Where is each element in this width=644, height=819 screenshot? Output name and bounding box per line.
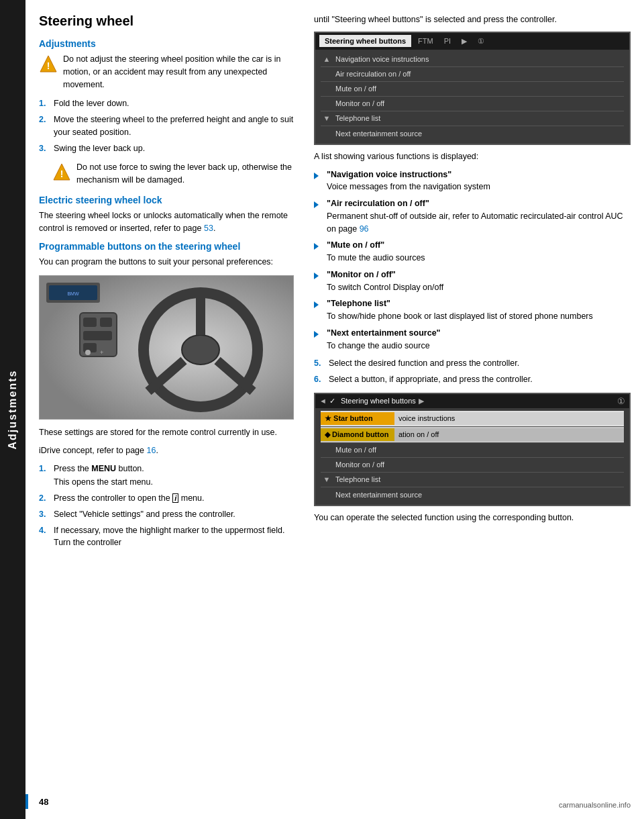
step-2-num: 2. — [39, 113, 50, 139]
arrow-icon-3 — [314, 241, 323, 264]
diamond-button-cell: ◆ Diamond button — [321, 428, 394, 441]
screen-tab-ftm: FTM — [414, 35, 437, 47]
idrive-page-link[interactable]: 16 — [147, 446, 156, 455]
arrow-icon-2 — [314, 199, 323, 235]
arrow-icon-5 — [314, 299, 323, 323]
function-5-text: "Telephone list"To show/hide phone book … — [327, 297, 593, 323]
function-item-3: "Mute on / off"To mute the audio sources — [314, 239, 631, 264]
electric-lock-text: The steering wheel locks or unlocks auto… — [39, 209, 301, 235]
screen-tab-pi: PI — [440, 35, 455, 47]
prog-step-3-num: 3. — [39, 508, 50, 521]
screen-row-5: ▼ Telephone list — [321, 111, 624, 126]
prog-step-2-num: 2. — [39, 492, 50, 505]
screen-2-header: ◄ ✓ Steering wheel buttons ▶ ① — [315, 394, 629, 408]
warning-icon-2: ! — [52, 162, 71, 181]
programmable-text1: You can program the buttons to suit your… — [39, 256, 301, 269]
screen-2-title: Steering wheel buttons — [341, 397, 416, 405]
page-num-bar — [25, 794, 28, 809]
section-electric-title: Electric steering wheel lock — [39, 195, 301, 205]
function-item-5: "Telephone list"To show/hide phone book … — [314, 297, 631, 323]
side-tab-label: Adjustments — [7, 370, 19, 450]
warning-text-1: Do not adjust the steering wheel positio… — [63, 53, 301, 91]
svg-point-7 — [182, 335, 219, 365]
prog-step-4-text: If necessary, move the highlight marker … — [54, 524, 301, 550]
right-step-5-num: 5. — [314, 357, 325, 370]
function-1-text: "Navigation voice instructions"Voice mes… — [327, 168, 490, 194]
prog-step-3: 3. Select "Vehicle settings" and press t… — [39, 508, 301, 521]
prog-step-3-text: Select "Vehicle settings" and press the … — [54, 508, 301, 521]
step-3-text: Swing the lever back up. — [54, 142, 301, 155]
step-1-num: 1. — [39, 97, 50, 110]
electric-text-part1: The steering wheel locks or unlocks auto… — [39, 211, 288, 233]
svg-text:BMW: BMW — [67, 291, 79, 296]
prog-step-4: 4. If necessary, move the highlight mark… — [39, 524, 301, 550]
stored-settings-text: These settings are stored for the remote… — [39, 426, 301, 439]
arrow-icon-1 — [314, 171, 323, 194]
step-2-text: Move the steering wheel to the preferred… — [54, 113, 301, 139]
screen-row-6: Next entertainment source — [321, 126, 624, 141]
svg-rect-12 — [83, 318, 97, 327]
section-programmable-title: Programmable buttons on the steering whe… — [39, 241, 301, 252]
screen-2-info-icon: ① — [617, 396, 625, 406]
arrow-icon-4 — [314, 271, 323, 294]
screen-2-row-4-text: Monitor on / off — [333, 461, 624, 469]
list-intro-text: A list showing various functions is disp… — [314, 150, 631, 163]
diamond-button-value: ation on / off — [394, 428, 624, 441]
screen-2-row-6: Next entertainment source — [321, 487, 624, 502]
steps-list-1: 1. Fold the lever down. 2. Move the stee… — [39, 97, 301, 154]
screen-row-4: Monitor on / off — [321, 97, 624, 111]
step-3-num: 3. — [39, 142, 50, 155]
function-item-1: "Navigation voice instructions"Voice mes… — [314, 168, 631, 194]
page-title: Steering wheel — [39, 13, 301, 29]
screen-2-row-3-text: Mute on / off — [333, 446, 624, 454]
function-4-text: "Monitor on / off"To switch Control Disp… — [327, 269, 443, 294]
screen-2-row-5: ▼ Telephone list — [321, 473, 624, 487]
screen-2-header-left: ◄ ✓ Steering wheel buttons ▶ — [319, 397, 424, 405]
footer-domain: carmanualsonline.info — [559, 801, 631, 809]
prog-step-2: 2. Press the controller to open the i me… — [39, 492, 301, 505]
svg-rect-13 — [100, 318, 112, 327]
functions-list: "Navigation voice instructions"Voice mes… — [314, 168, 631, 352]
electric-page-link[interactable]: 53 — [204, 224, 213, 233]
screen-2-row-5-text: Telephone list — [333, 475, 624, 483]
screen-row-5-text: Telephone list — [333, 114, 624, 122]
idrive-text-part1: iDrive concept, refer to page — [39, 446, 144, 455]
screen-2-row-2: ◆ Diamond button ation on / off — [321, 427, 624, 443]
arrow-icon-6 — [314, 329, 323, 352]
function-item-6: "Next entertainment source"To change the… — [314, 327, 631, 352]
svg-point-16 — [85, 350, 91, 355]
right-steps-list: 5. Select the desired function and press… — [314, 357, 631, 386]
star-button-cell: ★ Star button — [321, 412, 394, 425]
svg-text:!: ! — [60, 168, 64, 179]
right-step-5: 5. Select the desired function and press… — [314, 357, 631, 370]
screen-2-nav-left: ◄ — [319, 397, 327, 405]
function-2-link[interactable]: 96 — [360, 224, 369, 234]
svg-text:!: ! — [47, 60, 50, 71]
prog-step-2-text: Press the controller to open the i menu. — [54, 492, 301, 505]
screen-2-row-1: ★ Star button voice instructions — [321, 411, 624, 427]
right-step-6-num: 6. — [314, 373, 325, 386]
warning-box-1: ! Do not adjust the steering wheel posit… — [39, 53, 301, 91]
prog-step-4-num: 4. — [39, 524, 50, 550]
screen-1: Steering wheel buttons FTM PI ▶ ① ▲ Navi… — [314, 32, 631, 145]
warning-box-2: ! Do not use force to swing the lever ba… — [52, 161, 301, 187]
function-item-4: "Monitor on / off"To switch Control Disp… — [314, 269, 631, 294]
prog-step-1-text: Press the MENU button.This opens the sta… — [54, 463, 301, 489]
idrive-concept-text: iDrive concept, refer to page 16. — [39, 444, 301, 457]
screen-row-6-text: Next entertainment source — [333, 130, 624, 138]
warning-text-2: Do not use force to swing the lever back… — [76, 161, 301, 187]
electric-text-end: . — [213, 224, 215, 233]
right-step-6-text: Select a button, if appropriate, and pre… — [329, 373, 631, 386]
idrive-text-end: . — [156, 446, 158, 455]
step-1: 1. Fold the lever down. — [39, 97, 301, 110]
warning-icon-1: ! — [39, 54, 58, 73]
screen-2-row-6-text: Next entertainment source — [333, 491, 624, 499]
step-3: 3. Swing the lever back up. — [39, 142, 301, 155]
screen-row-1-text: Navigation voice instructions — [333, 55, 624, 63]
right-column: until "Steering wheel buttons" is select… — [314, 13, 631, 556]
screen-2: ◄ ✓ Steering wheel buttons ▶ ① ★ Star bu… — [314, 393, 631, 506]
page-number: 48 — [32, 797, 48, 807]
svg-text:+: + — [100, 349, 103, 356]
star-button-value: voice instructions — [394, 412, 624, 425]
step-2: 2. Move the steering wheel to the prefer… — [39, 113, 301, 139]
